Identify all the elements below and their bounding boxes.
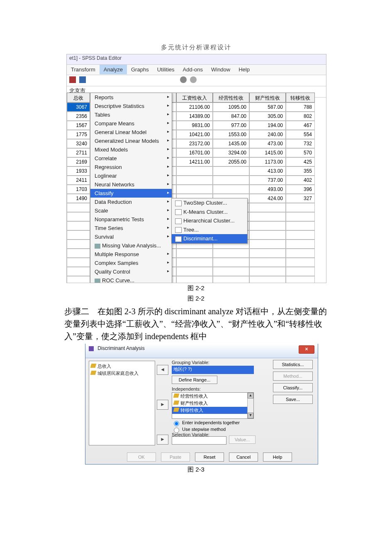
cell[interactable]: 554 xyxy=(286,130,315,139)
cell[interactable]: 355 xyxy=(286,166,315,176)
menu-item-multiple-response[interactable]: Multiple Response▸ xyxy=(90,250,172,259)
move-to-selection-button[interactable]: ► xyxy=(157,435,168,445)
define-range-button[interactable]: Define Range... xyxy=(172,376,217,384)
help-button[interactable]: Help xyxy=(263,452,292,462)
menu-item-add-ons[interactable]: Add-ons xyxy=(179,65,207,74)
cell[interactable] xyxy=(213,166,249,176)
cell[interactable]: 1553.00 xyxy=(213,130,249,139)
cell[interactable] xyxy=(176,176,213,185)
cell[interactable]: 240.00 xyxy=(249,130,286,139)
menu-item-reports[interactable]: Reports▸ xyxy=(90,93,172,102)
value-button[interactable]: Value... xyxy=(229,435,256,444)
cell[interactable]: 396 xyxy=(286,185,315,194)
cell[interactable]: 413.00 xyxy=(249,166,286,176)
menu-item-survival[interactable]: Survival▸ xyxy=(90,232,172,241)
menu-item-correlate[interactable]: Correlate▸ xyxy=(90,154,172,163)
cell[interactable]: 473.00 xyxy=(249,139,286,148)
cell[interactable]: 3067 xyxy=(67,103,90,112)
menu-item-graphs[interactable]: Graphs xyxy=(127,65,153,74)
cell[interactable]: 402 xyxy=(286,176,315,185)
cell[interactable]: 2169 xyxy=(67,157,90,166)
cell[interactable]: 1415.00 xyxy=(249,148,286,157)
cell[interactable]: 587.00 xyxy=(249,103,286,112)
cell[interactable] xyxy=(67,267,90,276)
cancel-button[interactable]: Cancel xyxy=(229,452,258,462)
cell[interactable] xyxy=(286,276,315,283)
cell[interactable] xyxy=(67,212,90,221)
cell[interactable]: 3240 xyxy=(67,139,90,148)
menu-item-compare-means[interactable]: Compare Means▸ xyxy=(90,119,172,128)
cell[interactable]: 9831.00 xyxy=(176,121,213,130)
cell[interactable]: 425 xyxy=(286,157,315,166)
cell[interactable]: 16701.00 xyxy=(176,148,213,157)
menu-item-quality-control[interactable]: Quality Control▸ xyxy=(90,267,172,276)
cell[interactable]: 802 xyxy=(286,112,315,121)
cell[interactable] xyxy=(176,267,213,276)
toolbar-icon1[interactable] xyxy=(69,76,76,83)
cell[interactable] xyxy=(67,249,90,258)
variable-item[interactable]: 城镇居民家庭总收入 xyxy=(91,370,153,377)
menu-item-missing-value-analysis-[interactable]: Missing Value Analysis... xyxy=(90,241,172,250)
variable-list[interactable]: 总收入城镇居民家庭总收入 xyxy=(89,361,155,445)
cell[interactable] xyxy=(286,267,315,276)
independent-item[interactable]: 转移性收入 xyxy=(172,407,253,414)
cell[interactable] xyxy=(213,176,249,185)
cell[interactable]: 2411 xyxy=(67,176,90,185)
cell[interactable] xyxy=(213,276,249,283)
classify-button[interactable]: Classify... xyxy=(273,383,313,392)
scroll-up-icon[interactable]: ▲ xyxy=(248,393,253,399)
cell[interactable]: 1173.00 xyxy=(249,157,286,166)
cell[interactable] xyxy=(176,249,213,258)
menu-item-mixed-models[interactable]: Mixed Models▸ xyxy=(90,145,172,154)
column-header[interactable]: 经营性性收 xyxy=(213,93,249,103)
cell[interactable]: 467 xyxy=(286,121,315,130)
cell[interactable]: 14211.00 xyxy=(176,157,213,166)
cell[interactable]: 1567 xyxy=(67,121,90,130)
cell[interactable] xyxy=(249,249,286,258)
menu-item-help[interactable]: Help xyxy=(234,65,254,74)
cell[interactable]: 570 xyxy=(286,148,315,157)
cell[interactable]: 194.00 xyxy=(249,121,286,130)
cell[interactable] xyxy=(213,258,249,267)
enter-together-radio-input[interactable] xyxy=(174,421,179,426)
menu-item-data-reduction[interactable]: Data Reduction▸ xyxy=(90,198,172,206)
cell[interactable] xyxy=(67,203,90,212)
grouping-variable-field[interactable]: 地区(? ?) xyxy=(172,366,254,374)
cell[interactable]: 424.00 xyxy=(249,194,286,203)
cell[interactable] xyxy=(286,212,315,221)
cell[interactable] xyxy=(286,203,315,212)
cell[interactable] xyxy=(249,258,286,267)
cell[interactable] xyxy=(249,276,286,283)
menu-item-classify[interactable]: Classify▸ xyxy=(90,189,172,198)
submenu-item-twostep-cluster-[interactable]: TwoStep Cluster... xyxy=(172,198,247,208)
independents-list[interactable]: 经营性性收入财产性性收入转移性收入 ▲ ▼ xyxy=(172,392,254,419)
cell[interactable]: 14389.00 xyxy=(176,112,213,121)
cell[interactable]: 1775 xyxy=(67,130,90,139)
menu-item-scale[interactable]: Scale▸ xyxy=(90,206,172,215)
menu-item-loglinear[interactable]: Loglinear▸ xyxy=(90,171,172,180)
cell[interactable]: 977.00 xyxy=(213,121,249,130)
independent-item[interactable]: 财产性性收入 xyxy=(172,400,253,407)
cell[interactable]: 305.00 xyxy=(249,112,286,121)
menu-item-generalized-linear-models[interactable]: Generalized Linear Models▸ xyxy=(90,137,172,145)
menu-item-analyze[interactable]: Analyze xyxy=(100,65,127,74)
column-header[interactable]: 财产性性收 xyxy=(249,93,286,103)
cell[interactable] xyxy=(286,240,315,249)
cell[interactable] xyxy=(67,258,90,267)
cell[interactable]: 3294.00 xyxy=(213,148,249,157)
menu-item-regression[interactable]: Regression▸ xyxy=(90,163,172,171)
menu-item-descriptive-statistics[interactable]: Descriptive Statistics▸ xyxy=(90,102,172,110)
cell[interactable]: 2711 xyxy=(67,148,90,157)
reset-button[interactable]: Reset xyxy=(195,452,224,462)
menu-item-tables[interactable]: Tables▸ xyxy=(90,110,172,119)
cell[interactable] xyxy=(176,185,213,194)
submenu-item-k-means-cluster-[interactable]: K-Means Cluster... xyxy=(172,208,247,217)
cell[interactable] xyxy=(249,230,286,240)
column-header[interactable]: 转移性收 xyxy=(286,93,315,103)
column-header[interactable]: 总收 xyxy=(67,93,90,103)
cell[interactable]: 21106.00 xyxy=(176,103,213,112)
menu-item-time-series[interactable]: Time Series▸ xyxy=(90,224,172,232)
cell[interactable] xyxy=(249,203,286,212)
cell[interactable] xyxy=(67,240,90,249)
cell[interactable]: 1703 xyxy=(67,185,90,194)
